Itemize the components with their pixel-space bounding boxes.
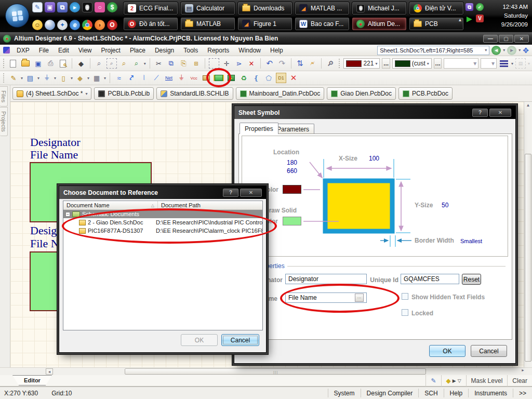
deselect-icon[interactable]: ⋗: [234, 58, 244, 69]
list-row-giaodien[interactable]: 2 - Giao Dien.SchDoc D:\EE Research\PIC\…: [63, 218, 262, 227]
cancel-button[interactable]: Cancel: [471, 345, 507, 357]
panel-button-design-compiler[interactable]: Design Compiler: [361, 389, 419, 397]
doc-tab-mainboard[interactable]: Mainboard_Datin.PcbDoc: [236, 87, 325, 100]
part-tools-icon[interactable]: ▯: [58, 73, 69, 83]
doc-tab-giaodien[interactable]: Giao Dien.PcbDoc: [327, 87, 396, 100]
empty-combo-2[interactable]: ▾: [481, 58, 497, 69]
open-folder-icon[interactable]: [20, 58, 31, 69]
menu-project[interactable]: Project: [97, 46, 125, 55]
xsize-value[interactable]: 100: [369, 155, 379, 162]
doc-tab-sheet1[interactable]: (4) Sheet1.SchDoc *▾: [12, 87, 91, 100]
zoom-document-icon[interactable]: ⌕: [94, 58, 104, 69]
cancel-button[interactable]: Cancel: [221, 334, 259, 346]
opera-icon[interactable]: O: [107, 20, 117, 30]
column-document-path[interactable]: Document Path: [158, 201, 262, 209]
close-icon[interactable]: ✕: [240, 189, 262, 197]
new-document-icon[interactable]: [8, 58, 18, 69]
net-tools-icon[interactable]: ◆: [75, 73, 85, 83]
choose-dialog-titlebar[interactable]: Choose Document to Reference ? ✕: [59, 186, 266, 199]
move-updown-icon[interactable]: ⇅: [295, 58, 305, 69]
drawing-tools-dropdown[interactable]: ▾: [21, 76, 23, 81]
show-hidden-checkbox[interactable]: [402, 293, 408, 300]
drawing-tools-icon[interactable]: ✎: [8, 73, 19, 83]
forward-button[interactable]: ►: [507, 46, 516, 55]
fill-color-swatch[interactable]: [283, 217, 301, 225]
menu-dxp[interactable]: DXP: [12, 46, 34, 55]
task-figure1[interactable]: ◢Figure 1: [237, 17, 292, 31]
undo-icon[interactable]: ↶: [264, 58, 275, 69]
orb-app-icon[interactable]: [45, 20, 55, 30]
panel-tab-files[interactable]: Files: [0, 86, 8, 107]
designator-tag-icon[interactable]: D1: [276, 73, 286, 83]
location-x-value[interactable]: 180: [274, 159, 297, 166]
tray-clock[interactable]: 12:43 AM Saturday 9/26/2009: [501, 3, 528, 29]
line-color-more-button[interactable]: ...: [382, 58, 390, 69]
paste-array-icon[interactable]: ⧈: [191, 58, 201, 69]
toolbar-grip[interactable]: [3, 59, 5, 68]
part-dropdown[interactable]: ▾: [71, 76, 73, 81]
messenger-smiley-icon[interactable]: ☺: [32, 20, 43, 30]
line-weight-dropdown[interactable]: ▾: [511, 61, 513, 66]
editor-tab[interactable]: Editor: [12, 375, 52, 385]
panel-button-more[interactable]: >>: [513, 389, 532, 397]
filter-icon[interactable]: ◆▶▽: [441, 375, 466, 387]
menu-place[interactable]: Place: [125, 46, 150, 55]
sheet-symbol1-designator-text[interactable]: Designator: [30, 136, 81, 149]
close-icon[interactable]: ✕: [489, 109, 511, 117]
horizontal-scrollbar[interactable]: ◄ ||| ►: [0, 367, 532, 375]
panel-button-help[interactable]: Help: [444, 389, 469, 397]
task-baocao[interactable]: WBao cao F...: [295, 17, 350, 31]
menu-tools[interactable]: Tools: [179, 46, 203, 55]
bus-entry-icon[interactable]: ⦚: [139, 73, 149, 83]
move-selection-icon[interactable]: ✛: [221, 58, 232, 69]
copy-icon[interactable]: ⧉: [166, 58, 176, 69]
menu-window[interactable]: Window: [234, 46, 265, 55]
browse-library-icon[interactable]: ◆: [76, 58, 86, 69]
ok-button[interactable]: OK: [181, 334, 218, 346]
paste-icon[interactable]: ⎘: [178, 58, 189, 69]
location-y-value[interactable]: 660: [274, 167, 297, 175]
task-downloads[interactable]: Downloads: [237, 2, 292, 15]
reset-button[interactable]: Reset: [462, 274, 481, 285]
clear-button[interactable]: Clear: [507, 375, 532, 387]
zoom-dropdown[interactable]: ▾: [144, 61, 146, 66]
grid-dropdown[interactable]: ▾: [104, 76, 106, 81]
zoom-colors-icon[interactable]: ⌕: [131, 58, 142, 69]
restore-button[interactable]: ▢: [499, 35, 513, 43]
task-ecg[interactable]: 2ECG Final...: [123, 2, 178, 15]
internet-explorer-icon[interactable]: e: [70, 20, 80, 30]
chrome-icon[interactable]: [82, 20, 92, 30]
locked-checkbox[interactable]: [402, 309, 408, 316]
vertical-scroll-thumb[interactable]: [525, 154, 531, 362]
net-label-icon[interactable]: Net: [164, 73, 174, 83]
scroll-left-arrow[interactable]: ◄: [46, 368, 53, 375]
tray-v-icon[interactable]: V: [476, 15, 484, 22]
disabled-style-icon[interactable]: ▤: [515, 58, 526, 69]
ysize-value[interactable]: 50: [442, 202, 448, 209]
port-icon[interactable]: ⬠: [263, 73, 274, 83]
power-sources-icon[interactable]: ⏚: [42, 73, 52, 83]
print-preview-icon[interactable]: 🔍︎: [58, 58, 68, 69]
harness-icon[interactable]: ❴: [251, 73, 261, 83]
collapse-icon[interactable]: −: [65, 212, 70, 217]
wand-icon[interactable]: 🗲: [307, 58, 317, 69]
task-matlab-app[interactable]: ◢MATLAB ...: [295, 2, 350, 15]
task-dien-tu[interactable]: Điện tử V...: [409, 2, 464, 15]
doc-tab-pcb[interactable]: PCB.PcbDoc: [398, 87, 453, 100]
sheet-symbol1-filename-text[interactable]: File Name: [30, 149, 78, 161]
signal-line-icon[interactable]: ⟋: [151, 73, 162, 83]
save-icon[interactable]: ▣: [33, 58, 43, 69]
network-pc-icon[interactable]: ▣: [45, 2, 55, 12]
select-area-icon[interactable]: [209, 58, 219, 69]
horizontal-scroll-thumb[interactable]: |||: [125, 368, 426, 375]
menu-design[interactable]: Design: [150, 46, 179, 55]
tray-check-icon[interactable]: ✓: [476, 3, 484, 11]
mask-level-button[interactable]: Mask Level: [466, 375, 508, 387]
tray-monitors-icon[interactable]: ⧉: [466, 3, 473, 11]
alignment-tools-icon[interactable]: ▤: [25, 73, 35, 83]
menu-view[interactable]: View: [74, 46, 97, 55]
panel-tab-projects[interactable]: Projects: [0, 107, 8, 136]
firefox-icon[interactable]: ◗: [95, 20, 105, 30]
column-document-name[interactable]: Document Name△: [63, 201, 158, 209]
task-matlab-folder[interactable]: MATLAB: [180, 17, 235, 31]
